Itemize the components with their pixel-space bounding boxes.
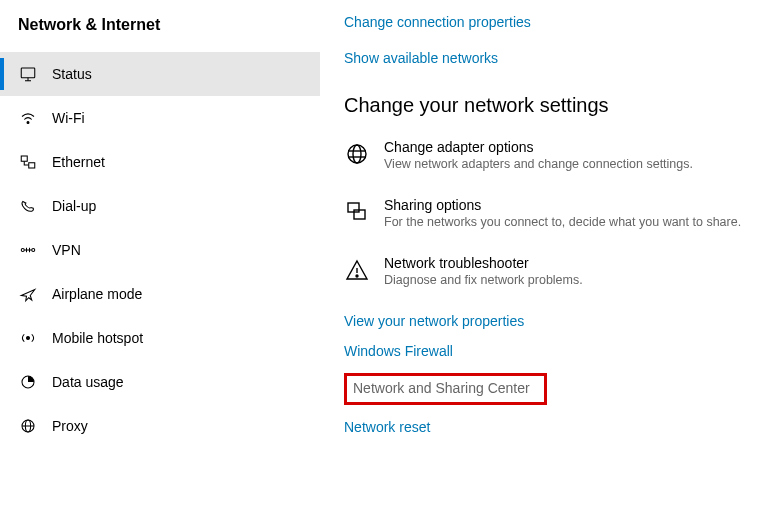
highlight-annotation: Network and Sharing Center <box>344 373 547 405</box>
sidebar-item-status[interactable]: Status <box>0 52 320 96</box>
datausage-icon <box>18 372 38 392</box>
status-icon <box>18 64 38 84</box>
setting-desc: View network adapters and change connect… <box>384 157 693 171</box>
hotspot-icon <box>18 328 38 348</box>
sidebar-item-proxy[interactable]: Proxy <box>0 404 320 448</box>
dialup-icon <box>18 196 38 216</box>
sidebar-item-dialup[interactable]: Dial-up <box>0 184 320 228</box>
svg-point-6 <box>21 249 24 252</box>
sidebar-item-label: Status <box>52 66 92 82</box>
sidebar-item-label: Proxy <box>52 418 88 434</box>
link-view-network-properties[interactable]: View your network properties <box>344 313 749 329</box>
sharing-icon <box>344 199 370 225</box>
sidebar-item-airplane[interactable]: Airplane mode <box>0 272 320 316</box>
svg-point-3 <box>27 122 29 124</box>
svg-rect-0 <box>21 68 35 78</box>
adapter-icon <box>344 141 370 167</box>
link-change-connection-properties[interactable]: Change connection properties <box>344 14 749 30</box>
setting-text: Network troubleshooter Diagnose and fix … <box>384 255 583 287</box>
proxy-icon <box>18 416 38 436</box>
sidebar-item-label: VPN <box>52 242 81 258</box>
link-show-available-networks[interactable]: Show available networks <box>344 50 749 66</box>
troubleshooter-icon <box>344 257 370 283</box>
setting-text: Change adapter options View network adap… <box>384 139 693 171</box>
link-network-reset[interactable]: Network reset <box>344 419 749 435</box>
sidebar-item-label: Mobile hotspot <box>52 330 143 346</box>
setting-title: Sharing options <box>384 197 741 213</box>
ethernet-icon <box>18 152 38 172</box>
sidebar-item-label: Ethernet <box>52 154 105 170</box>
svg-rect-4 <box>21 156 27 161</box>
setting-network-troubleshooter[interactable]: Network troubleshooter Diagnose and fix … <box>344 255 749 287</box>
setting-text: Sharing options For the networks you con… <box>384 197 741 229</box>
link-network-and-sharing-center[interactable]: Network and Sharing Center <box>353 380 530 396</box>
setting-desc: Diagnose and fix network problems. <box>384 273 583 287</box>
svg-point-11 <box>27 337 30 340</box>
setting-desc: For the networks you connect to, decide … <box>384 215 741 229</box>
sidebar-item-label: Airplane mode <box>52 286 142 302</box>
sidebar-item-label: Data usage <box>52 374 124 390</box>
sidebar-item-label: Dial-up <box>52 198 96 214</box>
sidebar-item-ethernet[interactable]: Ethernet <box>0 140 320 184</box>
sidebar-item-wifi[interactable]: Wi-Fi <box>0 96 320 140</box>
sidebar-item-label: Wi-Fi <box>52 110 85 126</box>
svg-rect-5 <box>29 163 35 168</box>
setting-title: Change adapter options <box>384 139 693 155</box>
svg-point-16 <box>348 145 366 163</box>
sidebar: Network & Internet Status Wi-Fi Ethernet… <box>0 0 320 512</box>
section-heading: Change your network settings <box>344 94 749 117</box>
sidebar-item-vpn[interactable]: VPN <box>0 228 320 272</box>
airplane-icon <box>18 284 38 304</box>
vpn-icon <box>18 240 38 260</box>
svg-point-17 <box>353 145 361 163</box>
setting-sharing-options[interactable]: Sharing options For the networks you con… <box>344 197 749 229</box>
sidebar-title: Network & Internet <box>0 12 320 52</box>
setting-title: Network troubleshooter <box>384 255 583 271</box>
bottom-links: View your network properties Windows Fir… <box>344 313 749 435</box>
sidebar-item-datausage[interactable]: Data usage <box>0 360 320 404</box>
setting-change-adapter-options[interactable]: Change adapter options View network adap… <box>344 139 749 171</box>
link-windows-firewall[interactable]: Windows Firewall <box>344 343 749 359</box>
sidebar-item-hotspot[interactable]: Mobile hotspot <box>0 316 320 360</box>
wifi-icon <box>18 108 38 128</box>
svg-point-23 <box>356 275 358 277</box>
svg-point-7 <box>32 249 35 252</box>
content-pane: Change connection properties Show availa… <box>320 0 759 512</box>
